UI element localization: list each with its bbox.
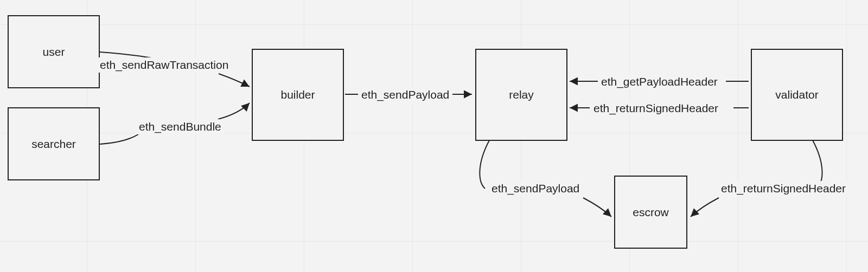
node-user: user — [8, 15, 100, 88]
node-escrow: escrow — [614, 176, 687, 249]
edge-label-relay-escrow: eth_sendPayload — [488, 181, 583, 196]
node-builder-label: builder — [280, 88, 315, 101]
node-validator: validator — [751, 49, 843, 141]
node-relay-label: relay — [509, 88, 534, 101]
edge-label-validator-relay-get: eth_getPayloadHeader — [598, 74, 721, 89]
edge-label-user-builder: eth_sendRawTransaction — [97, 57, 232, 73]
node-searcher: searcher — [8, 107, 100, 180]
diagram-edges — [0, 0, 868, 272]
node-validator-label: validator — [775, 88, 818, 101]
edge-label-validator-relay-return: eth_returnSignedHeader — [590, 101, 722, 116]
node-escrow-label: escrow — [633, 206, 669, 219]
edge-label-builder-relay: eth_sendPayload — [358, 87, 452, 102]
node-user-label: user — [43, 46, 65, 59]
node-relay: relay — [475, 49, 567, 141]
node-searcher-label: searcher — [31, 138, 76, 151]
edge-label-searcher-builder: eth_sendBundle — [136, 119, 225, 134]
edge-label-validator-escrow: eth_returnSignedHeader — [718, 181, 849, 196]
node-builder: builder — [252, 49, 344, 141]
